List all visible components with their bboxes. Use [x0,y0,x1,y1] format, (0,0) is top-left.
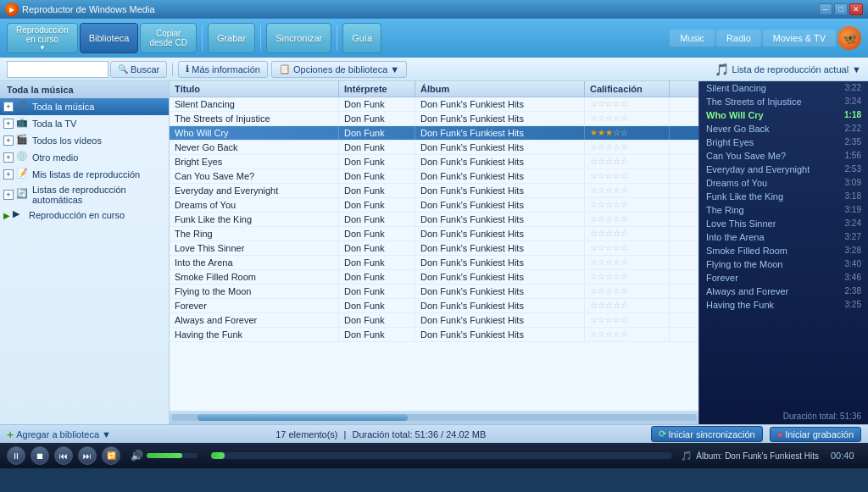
sidebar-item-3[interactable]: +💿Otro medio [0,149,169,166]
burn-button[interactable]: Grabar [208,23,255,53]
cell-album: Don Funk's Funkiest Hits [415,169,585,183]
table-row[interactable]: Funk Like the King Don Funk Don Funk's F… [170,213,698,227]
scrollbar-thumb[interactable] [198,414,408,421]
progress-bar[interactable] [211,452,672,459]
music-tab[interactable]: Music [670,30,715,47]
sidebar-item-5[interactable]: +🔄Listas de reproducción automáticas [0,183,169,207]
playlist-item-title: Having the Funk [706,300,774,310]
table-row[interactable]: Dreams of You Don Funk Don Funk's Funkie… [170,198,698,213]
sidebar-item-4[interactable]: +📝Mis listas de reproducción [0,166,169,183]
radio-tab[interactable]: Radio [716,30,761,47]
repeat-button[interactable]: 🔁 [102,446,120,465]
search-input[interactable] [7,61,108,78]
table-row[interactable]: The Streets of Injustice Don Funk Don Fu… [170,112,698,126]
add-to-library[interactable]: + Agregar a biblioteca ▼ [7,428,111,441]
record-start-button[interactable]: ● Iniciar grabación [770,427,861,442]
table-row[interactable]: Into the Arena Don Funk Don Funk's Funki… [170,256,698,270]
playlist-item[interactable]: Forever3:46 [699,271,868,285]
cell-album: Don Funk's Funkiest Hits [415,198,585,212]
status-bar: + Agregar a biblioteca ▼ 17 elemento(s) … [0,424,868,443]
stop-button[interactable]: ⏹ [31,446,49,465]
cell-rating: ☆☆☆☆☆ [585,184,670,197]
cell-rating: ☆☆☆☆☆ [585,328,670,341]
volume-slider[interactable] [147,453,198,458]
playlist-item[interactable]: Can You Save Me?1:56 [699,149,868,163]
table-row[interactable]: Silent Dancing Don Funk Don Funk's Funki… [170,97,698,112]
playlist-item[interactable]: Smoke Filled Room3:28 [699,244,868,257]
playlist-item[interactable]: Everyday and Everynight2:53 [699,163,868,176]
playlist-icon: 📝 [16,168,30,181]
playlist-item[interactable]: Having the Funk3:25 [699,298,868,312]
copy-from-cd-button[interactable]: Copiar desde CD [140,23,196,53]
cell-rating: ☆☆☆☆☆ [585,112,670,125]
library-options-button[interactable]: 📋 Opciones de biblioteca ▼ [271,61,407,78]
col-album[interactable]: Álbum [415,81,585,97]
playlist-item-title: Can You Save Me? [706,151,786,161]
sidebar-item-6[interactable]: ▶▶Reproducción en curso [0,207,169,224]
sync-button[interactable]: Sincronizar [266,23,331,53]
playlist-item-duration: 2:38 [845,286,861,296]
playlist-item[interactable]: Bright Eyes2:35 [699,135,868,149]
movies-tv-tab[interactable]: Movies & TV [763,30,836,47]
maximize-button[interactable]: □ [834,3,848,15]
video-icon: 🎬 [16,134,30,147]
cell-rating: ☆☆☆☆☆ [585,213,670,226]
playlist-item[interactable]: Love This Sinner3:24 [699,217,868,230]
cell-album: Don Funk's Funkiest Hits [415,328,585,341]
sidebar-item-label: Otro medio [32,152,78,163]
table-row[interactable]: Everyday and Everynight Don Funk Don Fun… [170,184,698,198]
table-row[interactable]: Forever Don Funk Don Funk's Funkiest Hit… [170,299,698,313]
playlist-item[interactable]: The Streets of Injustice3:24 [699,95,868,108]
col-rating[interactable]: Calificación [585,81,670,97]
minimize-button[interactable]: ─ [819,3,832,15]
scrollbar-track[interactable] [171,414,697,421]
table-row[interactable]: Never Go Back Don Funk Don Funk's Funkie… [170,141,698,155]
sidebar-item-0[interactable]: +🎵Toda la música [0,98,169,115]
more-info-button[interactable]: ℹ Más información [178,61,268,78]
playlist-item[interactable]: The Ring3:19 [699,203,868,217]
expand-icon: + [3,135,14,146]
cell-rating: ★★★☆☆ [585,126,670,140]
playlist-item[interactable]: Who Will Cry1:18 [699,108,868,122]
playlist-item[interactable]: Silent Dancing3:22 [699,81,868,95]
now-playing-button[interactable]: Reproducción en curso ▼ [7,23,78,53]
playlist-item[interactable]: Funk Like the King3:18 [699,190,868,203]
playlist-label-area[interactable]: 🎵 Lista de reproducción actual ▼ [715,63,861,76]
prev-button[interactable]: ⏮ [54,446,73,465]
table-row[interactable]: Who Will Cry Don Funk Don Funk's Funkies… [170,126,698,141]
cell-album: Don Funk's Funkiest Hits [415,241,585,255]
playlist-item[interactable]: Into the Arena3:27 [699,230,868,244]
table-row[interactable]: Bright Eyes Don Funk Don Funk's Funkiest… [170,155,698,169]
sidebar-item-1[interactable]: +📺Toda la TV [0,115,169,132]
cell-album: Don Funk's Funkiest Hits [415,313,585,327]
table-row[interactable]: Flying to the Moon Don Funk Don Funk's F… [170,285,698,299]
player-track-info: 🎵 Álbum: Don Funk's Funkiest Hits [681,451,819,462]
table-row[interactable]: Can You Save Me? Don Funk Don Funk's Fun… [170,169,698,184]
playlist-item[interactable]: Dreams of You3:09 [699,176,868,190]
guide-button[interactable]: Guía [342,23,381,53]
playlist-item[interactable]: Never Go Back2:22 [699,122,868,135]
table-row[interactable]: Always and Forever Don Funk Don Funk's F… [170,313,698,328]
table-row[interactable]: Love This Sinner Don Funk Don Funk's Fun… [170,241,698,256]
search-button[interactable]: 🔍 Buscar [110,61,167,78]
col-title[interactable]: Título [170,81,339,97]
playlist-item[interactable]: Flying to the Moon3:40 [699,257,868,271]
media-icon: 💿 [16,151,30,164]
next-button[interactable]: ⏭ [78,446,97,465]
cell-title: Silent Dancing [170,97,339,111]
col-artist[interactable]: Intérprete [339,81,415,97]
table-row[interactable]: Smoke Filled Room Don Funk Don Funk's Fu… [170,270,698,285]
table-row[interactable]: Having the Funk Don Funk Don Funk's Funk… [170,328,698,342]
cell-title: Having the Funk [170,328,339,341]
expand-icon: + [3,169,14,180]
cell-title: The Streets of Injustice [170,112,339,125]
playlist-item-title: Bright Eyes [706,137,754,147]
close-button[interactable]: ✕ [849,3,863,15]
table-row[interactable]: The Ring Don Funk Don Funk's Funkiest Hi… [170,227,698,241]
sync-start-button[interactable]: ⟳ Iniciar sincronización [651,426,763,442]
library-button[interactable]: Biblioteca [80,23,139,53]
playlist-item[interactable]: Always and Forever2:38 [699,285,868,298]
sidebar-item-2[interactable]: +🎬Todos los vídeos [0,132,169,149]
play-pause-button[interactable]: ⏸ [7,446,25,465]
cell-artist: Don Funk [339,112,415,125]
